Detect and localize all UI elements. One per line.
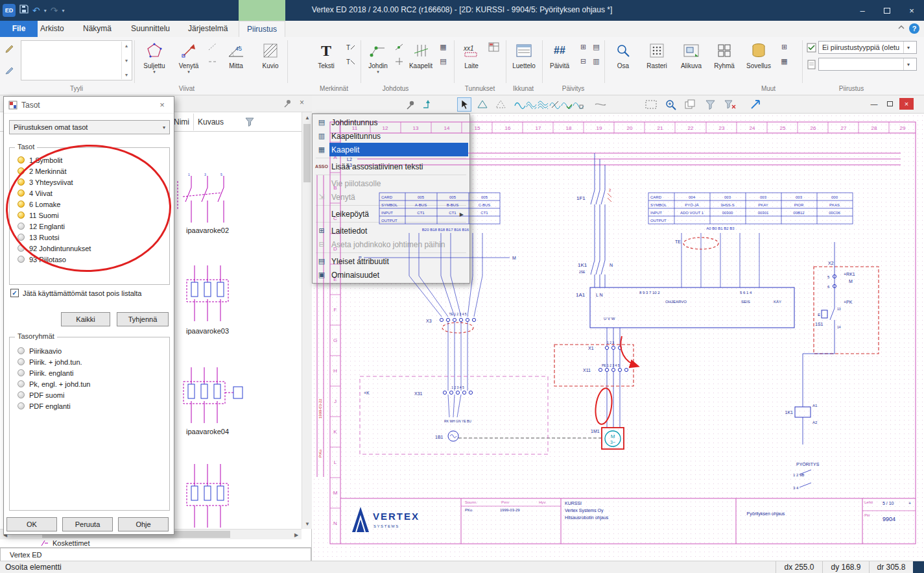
dialog-title-bar[interactable]: Tasot × (4, 97, 174, 114)
tab-nakyma[interactable]: Näkymä (83, 21, 112, 37)
drawing-type-select[interactable]: Ei piirustustyyppiä (oletu ▾ (818, 41, 917, 54)
break-line-icon[interactable] (206, 55, 219, 67)
tag-table-icon[interactable] (488, 41, 500, 53)
polygon-select-icon[interactable] (475, 97, 490, 112)
help-icon[interactable]: ? (909, 23, 919, 34)
checkbox-checked-icon[interactable]: ✓ (10, 289, 19, 297)
cable-list-icon[interactable]: ▤ (437, 55, 449, 67)
vertical-scrollbar[interactable]: ▲ ▼ (302, 112, 312, 529)
kaapelit-button[interactable]: Kaapelit (406, 39, 436, 84)
column-kuvaus[interactable]: Kuvaus (198, 112, 224, 132)
layer-group-row[interactable]: Piirik. + johd.tun. (10, 356, 169, 367)
tree-item-koskettimet[interactable]: Koskettimet (40, 539, 89, 547)
doc-close-button[interactable]: × (899, 98, 914, 110)
wire-edit-tool-icon[interactable] (571, 97, 586, 112)
layer-row[interactable]: 3 Yhteysviivat (10, 177, 169, 188)
tab-arkisto[interactable]: Arkisto (40, 21, 64, 37)
maximize-button[interactable] (875, 0, 899, 21)
layer-row[interactable]: 1 Symbolit (10, 154, 169, 165)
trim-line-icon[interactable] (206, 41, 219, 53)
layer-row[interactable]: 92 Johdintunnukset (10, 243, 169, 254)
symbol-preview[interactable] (169, 263, 246, 327)
renumber-icon[interactable]: ▤ (590, 41, 602, 53)
johdin-button[interactable]: Johdin▾ (363, 39, 393, 84)
style-preview-box[interactable]: ▴▾▾ (21, 40, 132, 80)
wire-node-icon[interactable] (393, 41, 405, 53)
layer-row[interactable]: 13 Ruotsi (10, 232, 169, 243)
doc-minimize-button[interactable]: — (868, 98, 881, 110)
bulb-off-icon[interactable] (18, 256, 25, 263)
filter-clear-tool-icon[interactable] (723, 97, 737, 112)
bulb-off-icon[interactable] (18, 358, 25, 365)
text-arrow-icon[interactable]: T (344, 41, 357, 53)
bulb-off-icon[interactable] (18, 380, 25, 387)
ohje-button[interactable]: Ohje (118, 517, 169, 531)
scroll-up-icon[interactable]: ▲ (302, 112, 313, 123)
layer-row[interactable]: 6 Lomake (10, 199, 169, 210)
column-nimi[interactable]: Nimi (174, 112, 189, 132)
doc-restore-button[interactable] (883, 98, 896, 110)
teksti-button[interactable]: T Teksti (311, 39, 341, 84)
bulb-off-icon[interactable] (18, 369, 25, 376)
kaikki-button[interactable]: Kaikki (61, 312, 110, 326)
menu-item-ominaisuudet[interactable]: ▣ Ominaisuudet (314, 268, 468, 282)
luettelo-button[interactable]: Luettelo (508, 39, 539, 84)
sheet-select[interactable]: ▾ (818, 58, 917, 71)
scroll-down-icon[interactable]: ▼ (302, 518, 313, 529)
menu-item-lisaa-assosiatiivinen-teksti[interactable]: ASSO Lisää assosiatiivinen teksti (314, 160, 468, 173)
pin-icon[interactable] (283, 99, 292, 110)
symbol-preview-partial[interactable] (169, 460, 246, 528)
tab-vertex-ed[interactable]: Vertex ED (0, 548, 311, 561)
select-arrow-icon[interactable]: ▾ (903, 58, 913, 70)
layer-row[interactable]: 93 Piilotaso (10, 254, 169, 265)
pointer-mode-tool-icon[interactable] (749, 97, 763, 112)
copy-tool-icon[interactable] (683, 97, 697, 112)
layer-row[interactable]: 11 Suomi (10, 210, 169, 221)
bulb-off-icon[interactable] (18, 245, 25, 252)
bulb-on-icon[interactable] (18, 201, 25, 208)
menu-item-kaapelit[interactable]: ▦ Kaapelit (314, 143, 468, 156)
symbol-preview[interactable] (169, 365, 253, 429)
qat-customize-icon[interactable]: ▾ (62, 8, 64, 14)
peruuta-button[interactable]: Peruuta (62, 517, 113, 531)
menu-item-kaapelitunnus[interactable]: ▥ Kaapelitunnus (314, 129, 468, 143)
menu-item-laitetiedot[interactable]: ⊞ Laitetiedot (314, 224, 468, 238)
laite-button[interactable]: xx1 Laite (456, 39, 486, 84)
bulb-off-icon[interactable] (18, 402, 25, 409)
layer-group-row[interactable]: Piirikaavio (10, 345, 169, 356)
app-add-icon[interactable]: ⊞ (778, 41, 790, 53)
selection-box-tool-icon[interactable] (644, 97, 658, 112)
column-separator[interactable] (193, 114, 194, 130)
layer-group-row[interactable]: PDF suomi (10, 389, 169, 400)
tab-suunnittelu[interactable]: Suunnittelu (131, 21, 170, 37)
symbol-name[interactable]: ipaavaroke02 (162, 226, 253, 234)
layer-row[interactable]: 2 Merkinnät (10, 165, 169, 177)
filter-tool-icon[interactable] (704, 97, 718, 112)
bulb-on-icon[interactable] (18, 156, 25, 164)
panel-close-icon[interactable]: × (300, 98, 304, 107)
spline-flat-tool-icon[interactable] (593, 97, 608, 112)
resize-grip[interactable] (913, 561, 924, 573)
osa-button[interactable]: Osa (608, 39, 638, 84)
paivita-button[interactable]: ## Päivitä (545, 39, 575, 84)
menu-item-yleiset-attribuutit[interactable]: ▤ Yleiset attribuutit (314, 254, 468, 268)
sovellus-button[interactable]: Sovellus (742, 39, 776, 84)
cable-tag-icon[interactable]: ▦ (437, 41, 449, 53)
ryhma-button[interactable]: Ryhmä (709, 39, 739, 84)
layer-row[interactable]: 4 Viivat (10, 188, 169, 199)
close-button[interactable]: × (899, 0, 924, 21)
mitta-button[interactable]: 45 Mitta (220, 39, 252, 84)
filter-funnel-icon[interactable] (245, 117, 254, 129)
drawing-canvas[interactable]: 1112 1314 1516 1718 1920 2122 2324 2526 … (312, 114, 924, 561)
rasteri-button[interactable]: Rasteri (641, 39, 673, 84)
app-settings-icon[interactable]: ▦ (778, 55, 790, 67)
ok-button[interactable]: OK (6, 517, 57, 531)
minimize-button[interactable]: – (850, 0, 875, 21)
update-tags-icon[interactable]: ⊞ (577, 41, 589, 53)
bulb-off-icon[interactable] (18, 347, 25, 354)
app-logo[interactable]: ED (3, 4, 16, 17)
venyta-button[interactable]: Venytä▾ (172, 39, 205, 84)
text-leader-icon[interactable]: T (344, 55, 357, 67)
zoom-in-tool-icon[interactable] (663, 97, 678, 112)
symbol-name[interactable]: ipaavaroke04 (162, 428, 253, 435)
